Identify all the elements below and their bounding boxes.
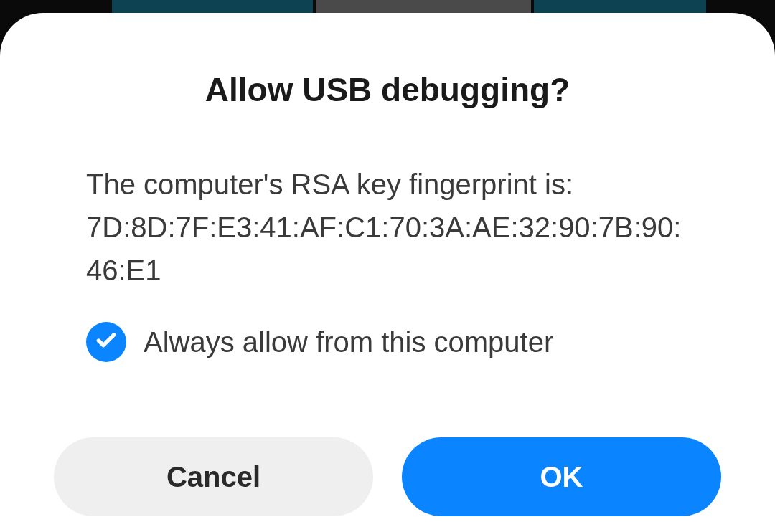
checkmark-icon bbox=[95, 329, 118, 355]
ok-button[interactable]: OK bbox=[402, 437, 721, 516]
always-allow-label: Always allow from this computer bbox=[144, 326, 553, 358]
cancel-button[interactable]: Cancel bbox=[54, 437, 373, 516]
usb-debugging-dialog: Allow USB debugging? The computer's RSA … bbox=[0, 13, 775, 532]
bg-panel bbox=[534, 0, 706, 14]
dialog-message: The computer's RSA key fingerprint is:7D… bbox=[86, 163, 689, 292]
bg-panel bbox=[316, 0, 531, 14]
bg-panel bbox=[112, 0, 313, 14]
always-allow-checkbox-row[interactable]: Always allow from this computer bbox=[86, 322, 689, 362]
dialog-title: Allow USB debugging? bbox=[86, 70, 689, 109]
always-allow-checkbox[interactable] bbox=[86, 322, 126, 362]
dialog-button-row: Cancel OK bbox=[54, 437, 721, 516]
